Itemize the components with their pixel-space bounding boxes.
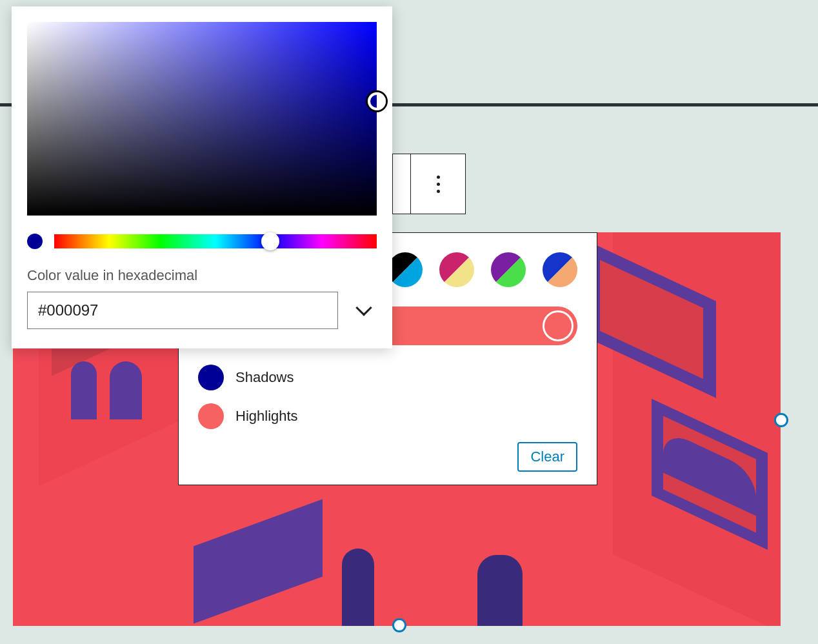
shadows-swatch-icon [198, 365, 224, 390]
saturation-cursor[interactable] [368, 92, 386, 110]
hue-slider[interactable] [54, 234, 377, 248]
highlights-label: Highlights [235, 408, 298, 425]
art-figure [71, 361, 97, 419]
art-figure [342, 548, 374, 626]
saturation-black-overlay [27, 22, 377, 216]
color-picker-popover: Color value in hexadecimal [12, 6, 392, 348]
highlights-swatch-icon [198, 403, 224, 429]
hue-slider-thumb[interactable] [261, 232, 279, 250]
shadows-legend: Shadows [198, 365, 577, 390]
kebab-icon [437, 176, 440, 193]
highlights-legend: Highlights [198, 403, 577, 429]
saturation-field[interactable] [27, 22, 377, 216]
duotone-preset-purple-green[interactable] [491, 252, 526, 287]
color-preview-swatch [27, 234, 43, 249]
clear-button[interactable]: Clear [517, 442, 577, 472]
art-figure [110, 361, 142, 419]
highlights-indicator-icon [543, 310, 574, 341]
duotone-preset-blue-orange[interactable] [543, 252, 577, 287]
hex-input-label: Color value in hexadecimal [27, 267, 377, 284]
toolbar-segment [392, 154, 410, 214]
hex-input[interactable] [27, 292, 338, 329]
resize-handle-right[interactable] [774, 413, 788, 427]
duotone-preset-magenta-yellow[interactable] [439, 252, 474, 287]
resize-handle-bottom[interactable] [392, 618, 406, 632]
shadows-label: Shadows [235, 369, 294, 386]
duotone-preset-black-cyan[interactable] [388, 252, 423, 287]
more-options-button[interactable] [410, 154, 466, 214]
art-frame [194, 499, 323, 624]
art-figure [477, 555, 523, 626]
chevron-down-icon [355, 299, 372, 316]
duotone-highlights-picker[interactable] [388, 307, 577, 345]
color-format-toggle[interactable] [351, 297, 377, 323]
